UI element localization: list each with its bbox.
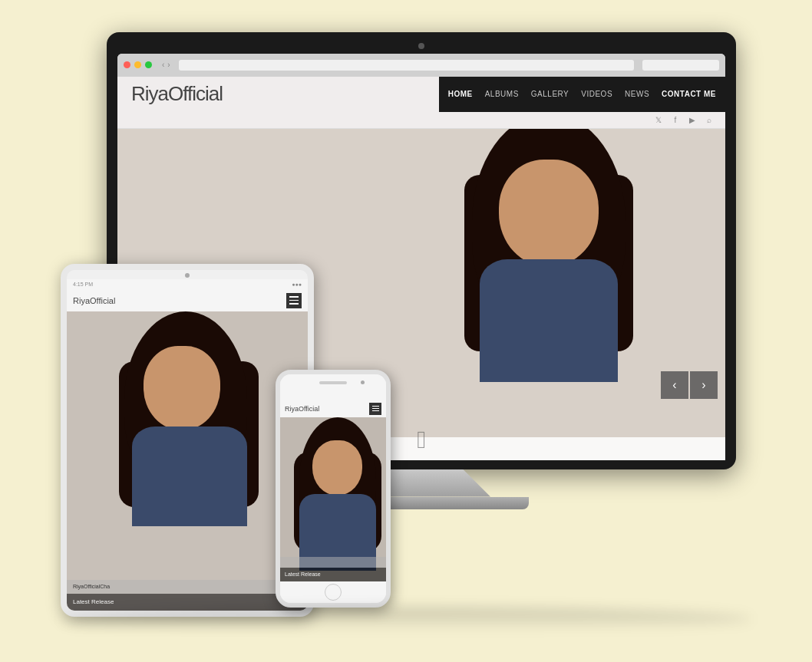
nav-news[interactable]: NEWS xyxy=(625,90,649,98)
menu-line-1 xyxy=(289,296,299,298)
ph-face xyxy=(312,440,362,496)
phone-menu-line-2 xyxy=(372,408,379,409)
tablet-signal: ●●● xyxy=(292,282,302,287)
search-icon[interactable]: ⌕ xyxy=(704,114,715,125)
scene-shadow xyxy=(61,608,751,631)
t-face xyxy=(144,346,220,430)
close-dot[interactable] xyxy=(124,61,130,68)
hero-person xyxy=(418,129,679,443)
phone-bottom-bar: Latest Release xyxy=(280,568,386,581)
tablet-time: 4:15 PM xyxy=(73,282,93,287)
phone-speaker xyxy=(319,381,347,384)
social-bar: 𝕏 f ▶ ⌕ xyxy=(117,112,725,129)
tablet-site-header: RiyaOfficial xyxy=(67,290,308,311)
phone-site-header: RiyaOfficial xyxy=(280,400,386,417)
tablet-latest: Latest Release xyxy=(73,598,114,605)
phone-menu-line-3 xyxy=(372,410,379,411)
phone-top xyxy=(280,374,386,391)
tablet-hero: RiyaOfficialCha Latest Release xyxy=(67,311,308,611)
forward-button[interactable]: › xyxy=(167,61,170,69)
phone-logo: RiyaOfficial xyxy=(285,405,319,413)
nav-contact[interactable]: CONTACT ME xyxy=(662,90,716,98)
slider-next[interactable]: › xyxy=(690,371,718,399)
browser-nav: ‹ › xyxy=(162,61,170,69)
monitor-camera xyxy=(418,43,424,49)
phone-hero: Latest Release xyxy=(280,417,386,581)
slider-controls: ‹ › xyxy=(661,371,718,399)
tablet-status-bar: 4:15 PM ●●● xyxy=(67,279,308,290)
twitter-icon[interactable]: 𝕏 xyxy=(653,114,664,125)
nav-videos[interactable]: VIDEOS xyxy=(581,90,612,98)
site-nav: HOME ALBUMS GALLERY VIDEOS NEWS CONTACT … xyxy=(439,77,725,112)
back-button[interactable]: ‹ xyxy=(162,61,164,69)
tablet-person xyxy=(82,311,308,565)
menu-line-2 xyxy=(289,300,299,301)
apple-logo-icon:  xyxy=(417,426,426,454)
body xyxy=(480,259,618,382)
maximize-dot[interactable] xyxy=(145,61,152,68)
slider-prev[interactable]: ‹ xyxy=(661,371,688,399)
nav-albums[interactable]: ALBUMS xyxy=(485,90,519,98)
face xyxy=(499,160,599,267)
tablet-menu-button[interactable] xyxy=(286,293,302,308)
phone-home-button[interactable] xyxy=(325,584,342,601)
url-bar[interactable] xyxy=(179,60,634,71)
nav-home[interactable]: HOME xyxy=(448,90,473,98)
site-header: RiyaOfficial HOME ALBUMS GALLERY VIDEOS … xyxy=(117,77,725,112)
tablet-camera xyxy=(185,273,190,278)
tablet-sub-bar: RiyaOfficialCha xyxy=(67,580,308,594)
phone-home-area xyxy=(280,581,386,603)
phone-camera xyxy=(361,380,365,384)
nav-gallery[interactable]: GALLERY xyxy=(531,90,569,98)
site-logo: RiyaOfficial xyxy=(117,82,223,106)
menu-line-3 xyxy=(289,303,299,305)
tablet-content: RiyaOfficial RiyaOfficialCha xyxy=(67,290,308,611)
browser-toolbar: ‹ › xyxy=(117,54,725,77)
scene: ‹ › RiyaOfficial HOME ALBUMS GALLERY xyxy=(61,32,751,631)
tablet-logo: RiyaOfficial xyxy=(73,296,115,305)
t-body xyxy=(132,427,247,526)
phone-device: RiyaOfficial Latest Release xyxy=(276,370,391,608)
tablet-channel: RiyaOfficialCha xyxy=(73,584,110,589)
search-bar[interactable] xyxy=(642,60,719,71)
phone-latest: Latest Release xyxy=(285,571,321,577)
phone-sub-bar xyxy=(280,557,386,568)
phone-menu-line-1 xyxy=(372,406,379,407)
minimize-dot[interactable] xyxy=(134,61,141,68)
phone-content: RiyaOfficial Latest Release xyxy=(280,400,386,581)
youtube-icon[interactable]: ▶ xyxy=(687,114,698,125)
facebook-icon[interactable]: f xyxy=(670,114,681,125)
phone-menu-button[interactable] xyxy=(369,403,381,415)
phone-status-bar xyxy=(280,391,386,400)
